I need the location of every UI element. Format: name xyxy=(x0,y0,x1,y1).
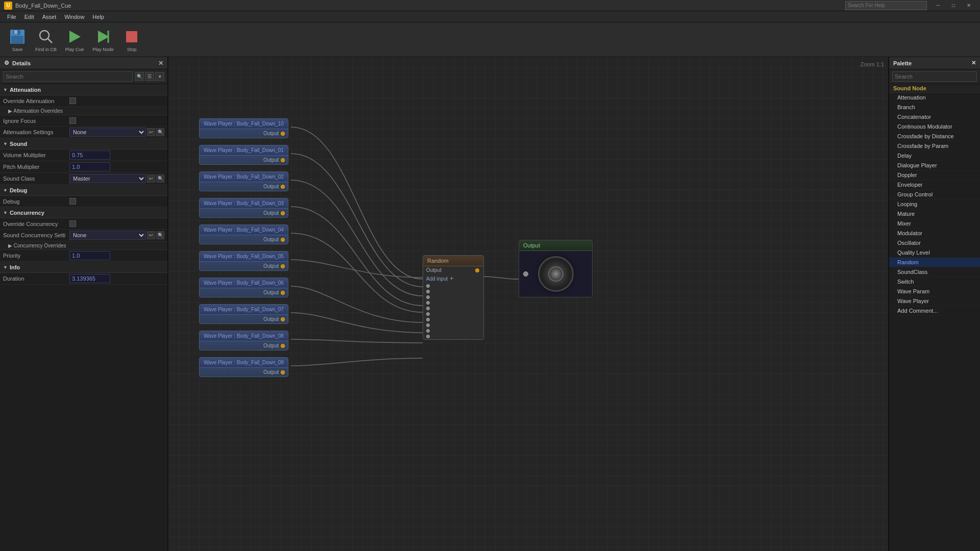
sound-concurrency-select[interactable]: None xyxy=(69,231,146,240)
output-node[interactable]: Output xyxy=(519,240,593,297)
override-attenuation-checkbox[interactable] xyxy=(69,97,76,104)
palette-item-modulator[interactable]: Modulator xyxy=(889,229,980,238)
concurrency-section-header[interactable]: ▼ Concurrency xyxy=(0,207,167,218)
attenuation-section-header[interactable]: ▼ Attenuation xyxy=(0,84,167,95)
canvas-area[interactable]: Zoom 1:1 xyxy=(168,57,888,551)
random-input-4[interactable] xyxy=(426,307,430,310)
palette-item-delay[interactable]: Delay xyxy=(889,151,980,161)
attenuation-settings-search[interactable]: 🔍 xyxy=(156,128,164,136)
palette-item-soundclass[interactable]: SoundClass xyxy=(889,267,980,277)
concurrency-reset[interactable]: ↩ xyxy=(147,231,155,239)
menu-asset[interactable]: Asset xyxy=(38,11,61,22)
palette-item-add-comment[interactable]: Add Comment... xyxy=(889,306,980,316)
debug-checkbox[interactable] xyxy=(69,198,76,205)
palette-item-branch[interactable]: Branch xyxy=(889,103,980,112)
menu-help[interactable]: Help xyxy=(88,11,108,22)
stop-icon xyxy=(122,28,141,46)
random-input-5[interactable] xyxy=(426,312,430,316)
add-input-row[interactable]: Add input + xyxy=(423,274,483,283)
palette-title: Palette xyxy=(893,60,912,66)
palette-item-dialogue-player[interactable]: Dialogue Player xyxy=(889,161,980,170)
palette-item-wave-player[interactable]: Wave Player xyxy=(889,296,980,306)
attenuation-settings-reset[interactable]: ↩ xyxy=(147,128,155,136)
list-view-button[interactable]: ☰ xyxy=(145,72,154,81)
menu-file[interactable]: File xyxy=(3,11,20,22)
find-in-cb-button[interactable]: Find in CB xyxy=(33,24,59,55)
duration-input[interactable] xyxy=(69,274,110,283)
concurrency-overrides-header[interactable]: ▶ Concurrency Overrides xyxy=(0,241,167,250)
filter-button[interactable]: ▾ xyxy=(155,72,164,81)
play-node-button[interactable]: Play Node xyxy=(90,24,116,55)
stop-button[interactable]: Stop xyxy=(118,24,145,55)
palette-item-mixer[interactable]: Mixer xyxy=(889,219,980,229)
close-button[interactable]: ✕ xyxy=(962,0,976,11)
wave-node-6[interactable]: Wave Player : Body_Fall_Down_06 Output xyxy=(199,278,288,297)
palette-item-oscillator[interactable]: Oscillator xyxy=(889,238,980,248)
palette-item-looping[interactable]: Looping xyxy=(889,199,980,209)
random-input-3[interactable] xyxy=(426,301,430,305)
palette-item-quality-level[interactable]: Quality Level xyxy=(889,248,980,258)
wave-node-7[interactable]: Wave Player : Body_Fall_Down_07 Output xyxy=(199,304,288,324)
sound-class-search[interactable]: 🔍 xyxy=(156,174,164,183)
random-input-6[interactable] xyxy=(426,318,430,321)
priority-input[interactable] xyxy=(69,251,110,260)
attenuation-overrides-header[interactable]: ▶ Attenuation Overrides xyxy=(0,107,167,115)
palette-item-switch[interactable]: Switch xyxy=(889,277,980,287)
debug-section-header[interactable]: ▼ Debug xyxy=(0,185,167,196)
minimize-button[interactable]: ─ xyxy=(931,0,945,11)
palette-item-crossfade-distance[interactable]: Crossfade by Distance xyxy=(889,132,980,141)
palette-item-doppler[interactable]: Doppler xyxy=(889,170,980,180)
random-input-2[interactable] xyxy=(426,295,430,299)
app-icon: U xyxy=(4,2,12,10)
wave-node-8[interactable]: Wave Player : Body_Fall_Down_08 Output xyxy=(199,331,288,350)
attenuation-settings-select[interactable]: None xyxy=(69,128,146,137)
wave-node-1[interactable]: Wave Player : Body_Fall_Down_01 Output xyxy=(199,145,288,165)
menu-edit[interactable]: Edit xyxy=(20,11,38,22)
wave-node-4[interactable]: Wave Player : Body_Fall_Down_04 Output xyxy=(199,224,288,244)
info-section-header[interactable]: ▼ Info xyxy=(0,262,167,273)
palette-item-group-control[interactable]: Group Control xyxy=(889,190,980,199)
palette-item-concatenator[interactable]: Concatenator xyxy=(889,112,980,122)
palette-item-crossfade-param[interactable]: Crossfade by Param xyxy=(889,141,980,151)
save-label: Save xyxy=(12,47,23,52)
sound-section-header[interactable]: ▼ Sound xyxy=(0,138,167,149)
palette-item-continuous-modulator[interactable]: Continuous Modulator xyxy=(889,122,980,132)
sound-class-select[interactable]: Master xyxy=(69,174,146,183)
volume-multiplier-input[interactable] xyxy=(69,151,110,160)
random-input-7[interactable] xyxy=(426,323,430,327)
wave-node-2[interactable]: Wave Player : Body_Fall_Down_02 Output xyxy=(199,171,288,191)
wave-node-9[interactable]: Wave Player : Body_Fall_Down_09 Output xyxy=(199,357,288,377)
details-search-input[interactable] xyxy=(3,71,133,82)
maximize-button[interactable]: □ xyxy=(946,0,961,11)
wave-node-5[interactable]: Wave Player : Body_Fall_Down_05 Output xyxy=(199,251,288,271)
random-input-1[interactable] xyxy=(426,290,430,293)
svg-line-5 xyxy=(47,38,52,43)
palette-item-attenuation[interactable]: Attenuation xyxy=(889,93,980,103)
palette-item-enveloper[interactable]: Enveloper xyxy=(889,180,980,190)
output-dot-3 xyxy=(281,211,285,215)
wave-node-3[interactable]: Wave Player : Body_Fall_Down_03 Output xyxy=(199,198,288,218)
details-close-button[interactable]: ✕ xyxy=(158,60,163,67)
details-panel: ⚙ Details ✕ 🔍 ☰ ▾ ▼ Attenuation Override… xyxy=(0,57,168,551)
play-cue-button[interactable]: Play Cue xyxy=(61,24,88,55)
ignore-focus-checkbox[interactable] xyxy=(69,117,76,124)
random-input-9[interactable] xyxy=(426,335,430,338)
palette-item-random[interactable]: Random xyxy=(889,258,980,267)
pitch-multiplier-input[interactable] xyxy=(69,162,110,171)
random-input-8[interactable] xyxy=(426,329,430,333)
concurrency-search[interactable]: 🔍 xyxy=(156,231,164,239)
palette-item-wave-param[interactable]: Wave Param xyxy=(889,287,980,296)
palette-item-mature[interactable]: Mature xyxy=(889,209,980,219)
palette-close-button[interactable]: ✕ xyxy=(971,60,976,66)
save-button[interactable]: Save xyxy=(4,24,31,55)
random-node[interactable]: Random Output Add input + xyxy=(423,255,484,340)
random-input-0[interactable] xyxy=(426,284,430,288)
palette-search-input[interactable] xyxy=(892,71,977,82)
menu-window[interactable]: Window xyxy=(60,11,88,22)
search-button[interactable]: 🔍 xyxy=(135,72,144,81)
help-search-input[interactable] xyxy=(845,1,927,10)
sound-class-reset[interactable]: ↩ xyxy=(147,174,155,183)
menubar: File Edit Asset Window Help xyxy=(0,11,980,22)
override-concurrency-checkbox[interactable] xyxy=(69,220,76,227)
wave-node-0[interactable]: Wave Player : Body_Fall_Down_10 Output xyxy=(199,118,288,138)
